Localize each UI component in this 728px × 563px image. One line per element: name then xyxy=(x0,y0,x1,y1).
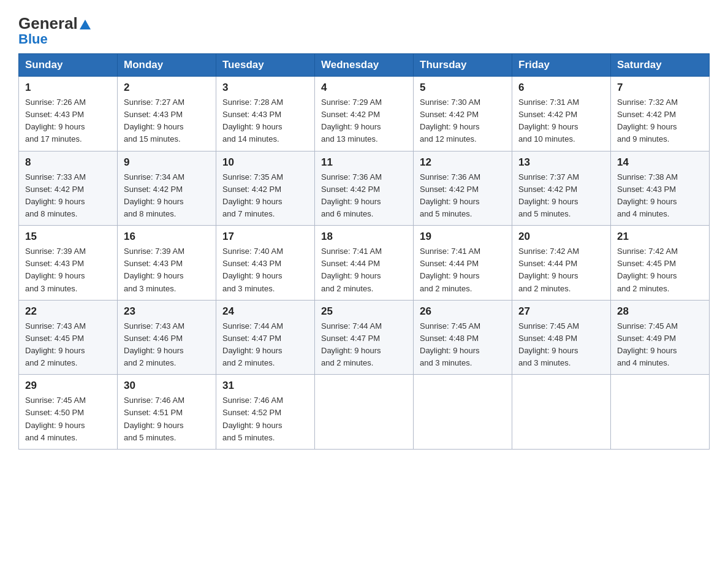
day-number: 10 xyxy=(222,156,308,169)
day-cell-7: 7Sunrise: 7:32 AMSunset: 4:42 PMDaylight… xyxy=(611,77,710,151)
day-cell-26: 26Sunrise: 7:45 AMSunset: 4:48 PMDayligh… xyxy=(414,300,512,375)
day-header-monday: Monday xyxy=(118,54,216,77)
empty-cell xyxy=(611,375,710,450)
day-cell-3: 3Sunrise: 7:28 AMSunset: 4:43 PMDaylight… xyxy=(216,77,315,151)
day-number: 19 xyxy=(420,231,506,243)
day-info: Sunrise: 7:30 AMSunset: 4:42 PMDaylight:… xyxy=(420,96,506,146)
day-info: Sunrise: 7:39 AMSunset: 4:43 PMDaylight:… xyxy=(124,245,210,295)
day-info: Sunrise: 7:42 AMSunset: 4:44 PMDaylight:… xyxy=(518,245,604,295)
day-cell-28: 28Sunrise: 7:45 AMSunset: 4:49 PMDayligh… xyxy=(611,300,710,375)
week-row-5: 29Sunrise: 7:45 AMSunset: 4:50 PMDayligh… xyxy=(19,375,710,450)
empty-cell xyxy=(512,375,611,450)
day-number: 28 xyxy=(617,305,703,318)
day-header-thursday: Thursday xyxy=(414,54,512,77)
day-number: 26 xyxy=(420,305,506,318)
week-row-1: 1Sunrise: 7:26 AMSunset: 4:43 PMDaylight… xyxy=(19,77,710,151)
day-cell-22: 22Sunrise: 7:43 AMSunset: 4:45 PMDayligh… xyxy=(19,300,118,375)
day-number: 18 xyxy=(321,231,407,243)
day-cell-4: 4Sunrise: 7:29 AMSunset: 4:42 PMDaylight… xyxy=(315,77,414,151)
day-cell-29: 29Sunrise: 7:45 AMSunset: 4:50 PMDayligh… xyxy=(19,375,118,450)
day-header-sunday: Sunday xyxy=(19,54,118,77)
day-info: Sunrise: 7:46 AMSunset: 4:51 PMDaylight:… xyxy=(124,394,210,444)
day-cell-27: 27Sunrise: 7:45 AMSunset: 4:48 PMDayligh… xyxy=(512,300,611,375)
day-info: Sunrise: 7:26 AMSunset: 4:43 PMDaylight:… xyxy=(25,96,111,146)
day-number: 30 xyxy=(124,380,210,392)
day-number: 29 xyxy=(25,380,111,392)
day-number: 23 xyxy=(124,305,210,318)
day-number: 11 xyxy=(321,156,407,169)
day-info: Sunrise: 7:42 AMSunset: 4:45 PMDaylight:… xyxy=(617,245,703,295)
day-cell-25: 25Sunrise: 7:44 AMSunset: 4:47 PMDayligh… xyxy=(315,300,414,375)
day-number: 8 xyxy=(25,156,111,169)
day-number: 14 xyxy=(617,156,703,169)
day-cell-13: 13Sunrise: 7:37 AMSunset: 4:42 PMDayligh… xyxy=(512,151,611,226)
day-cell-31: 31Sunrise: 7:46 AMSunset: 4:52 PMDayligh… xyxy=(216,375,315,450)
day-cell-12: 12Sunrise: 7:36 AMSunset: 4:42 PMDayligh… xyxy=(414,151,512,226)
day-cell-14: 14Sunrise: 7:38 AMSunset: 4:43 PMDayligh… xyxy=(611,151,710,226)
day-info: Sunrise: 7:33 AMSunset: 4:42 PMDaylight:… xyxy=(25,171,111,221)
day-header-saturday: Saturday xyxy=(611,54,710,77)
day-info: Sunrise: 7:34 AMSunset: 4:42 PMDaylight:… xyxy=(124,171,210,221)
day-number: 21 xyxy=(617,231,703,243)
day-cell-10: 10Sunrise: 7:35 AMSunset: 4:42 PMDayligh… xyxy=(216,151,315,226)
day-cell-15: 15Sunrise: 7:39 AMSunset: 4:43 PMDayligh… xyxy=(19,226,118,301)
day-info: Sunrise: 7:45 AMSunset: 4:48 PMDaylight:… xyxy=(518,320,604,370)
day-info: Sunrise: 7:36 AMSunset: 4:42 PMDaylight:… xyxy=(321,171,407,221)
week-row-4: 22Sunrise: 7:43 AMSunset: 4:45 PMDayligh… xyxy=(19,300,710,375)
day-number: 24 xyxy=(222,305,308,318)
day-info: Sunrise: 7:38 AMSunset: 4:43 PMDaylight:… xyxy=(617,171,703,221)
day-info: Sunrise: 7:46 AMSunset: 4:52 PMDaylight:… xyxy=(222,394,308,444)
day-cell-24: 24Sunrise: 7:44 AMSunset: 4:47 PMDayligh… xyxy=(216,300,315,375)
days-header-row: SundayMondayTuesdayWednesdayThursdayFrid… xyxy=(19,54,710,77)
day-info: Sunrise: 7:36 AMSunset: 4:42 PMDaylight:… xyxy=(420,171,506,221)
day-info: Sunrise: 7:45 AMSunset: 4:49 PMDaylight:… xyxy=(617,320,703,370)
logo-triangle-icon xyxy=(80,20,91,29)
day-number: 15 xyxy=(25,231,111,243)
day-cell-2: 2Sunrise: 7:27 AMSunset: 4:43 PMDaylight… xyxy=(118,77,216,151)
day-cell-17: 17Sunrise: 7:40 AMSunset: 4:43 PMDayligh… xyxy=(216,226,315,301)
day-number: 12 xyxy=(420,156,506,169)
day-info: Sunrise: 7:43 AMSunset: 4:46 PMDaylight:… xyxy=(124,320,210,370)
day-cell-9: 9Sunrise: 7:34 AMSunset: 4:42 PMDaylight… xyxy=(118,151,216,226)
day-cell-16: 16Sunrise: 7:39 AMSunset: 4:43 PMDayligh… xyxy=(118,226,216,301)
day-cell-18: 18Sunrise: 7:41 AMSunset: 4:44 PMDayligh… xyxy=(315,226,414,301)
logo-general-text: General xyxy=(18,15,91,31)
day-cell-21: 21Sunrise: 7:42 AMSunset: 4:45 PMDayligh… xyxy=(611,226,710,301)
day-number: 9 xyxy=(124,156,210,169)
day-info: Sunrise: 7:43 AMSunset: 4:45 PMDaylight:… xyxy=(25,320,111,370)
day-number: 4 xyxy=(321,82,407,94)
day-info: Sunrise: 7:27 AMSunset: 4:43 PMDaylight:… xyxy=(124,96,210,146)
day-info: Sunrise: 7:32 AMSunset: 4:42 PMDaylight:… xyxy=(617,96,703,146)
empty-cell xyxy=(315,375,414,450)
day-number: 31 xyxy=(222,380,308,392)
empty-cell xyxy=(414,375,512,450)
day-header-wednesday: Wednesday xyxy=(315,54,414,77)
day-cell-11: 11Sunrise: 7:36 AMSunset: 4:42 PMDayligh… xyxy=(315,151,414,226)
day-number: 22 xyxy=(25,305,111,318)
day-info: Sunrise: 7:44 AMSunset: 4:47 PMDaylight:… xyxy=(222,320,308,370)
day-info: Sunrise: 7:41 AMSunset: 4:44 PMDaylight:… xyxy=(321,245,407,295)
day-info: Sunrise: 7:44 AMSunset: 4:47 PMDaylight:… xyxy=(321,320,407,370)
logo-blue-text: Blue xyxy=(18,31,48,47)
day-cell-30: 30Sunrise: 7:46 AMSunset: 4:51 PMDayligh… xyxy=(118,375,216,450)
day-cell-19: 19Sunrise: 7:41 AMSunset: 4:44 PMDayligh… xyxy=(414,226,512,301)
day-number: 20 xyxy=(518,231,604,243)
day-info: Sunrise: 7:37 AMSunset: 4:42 PMDaylight:… xyxy=(518,171,604,221)
day-info: Sunrise: 7:28 AMSunset: 4:43 PMDaylight:… xyxy=(222,96,308,146)
day-number: 5 xyxy=(420,82,506,94)
day-number: 7 xyxy=(617,82,703,94)
day-info: Sunrise: 7:40 AMSunset: 4:43 PMDaylight:… xyxy=(222,245,308,295)
day-number: 6 xyxy=(518,82,604,94)
day-info: Sunrise: 7:45 AMSunset: 4:50 PMDaylight:… xyxy=(25,394,111,444)
day-cell-20: 20Sunrise: 7:42 AMSunset: 4:44 PMDayligh… xyxy=(512,226,611,301)
day-cell-1: 1Sunrise: 7:26 AMSunset: 4:43 PMDaylight… xyxy=(19,77,118,151)
day-info: Sunrise: 7:35 AMSunset: 4:42 PMDaylight:… xyxy=(222,171,308,221)
day-number: 16 xyxy=(124,231,210,243)
day-number: 3 xyxy=(222,82,308,94)
day-header-friday: Friday xyxy=(512,54,611,77)
day-number: 2 xyxy=(124,82,210,94)
day-cell-5: 5Sunrise: 7:30 AMSunset: 4:42 PMDaylight… xyxy=(414,77,512,151)
day-info: Sunrise: 7:45 AMSunset: 4:48 PMDaylight:… xyxy=(420,320,506,370)
day-cell-6: 6Sunrise: 7:31 AMSunset: 4:42 PMDaylight… xyxy=(512,77,611,151)
day-info: Sunrise: 7:41 AMSunset: 4:44 PMDaylight:… xyxy=(420,245,506,295)
